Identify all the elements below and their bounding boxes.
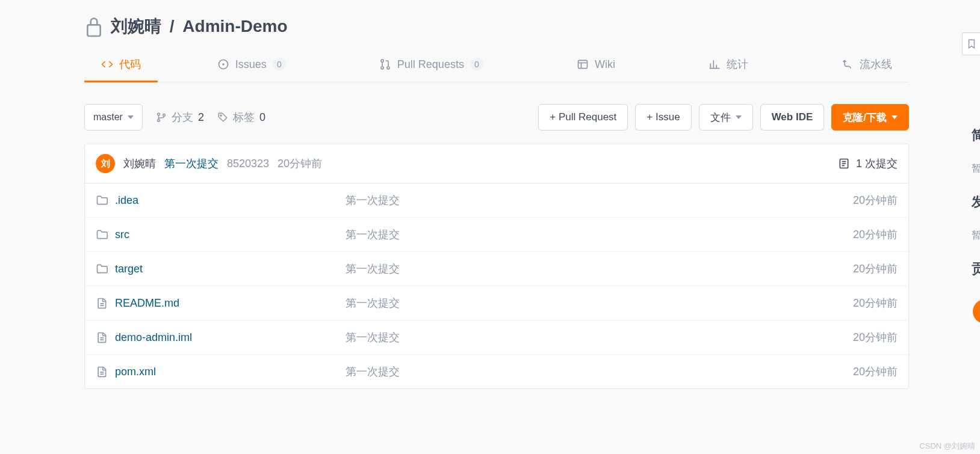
svg-point-5 bbox=[387, 67, 389, 69]
owner-link[interactable]: 刘婉晴 bbox=[111, 17, 161, 35]
chevron-down-icon bbox=[736, 115, 742, 119]
table-row: src第一次提交20分钟前 bbox=[85, 217, 908, 251]
svg-rect-6 bbox=[578, 60, 587, 68]
file-commit-message[interactable]: 第一次提交 bbox=[346, 364, 813, 379]
table-row: README.md第一次提交20分钟前 bbox=[85, 286, 908, 320]
lock-icon bbox=[84, 14, 104, 38]
commit-sha[interactable]: 8520323 bbox=[227, 158, 269, 170]
repo-header: 刘婉晴 / Admin-Demo bbox=[84, 0, 909, 48]
file-name-link[interactable]: demo-admin.iml bbox=[96, 331, 346, 344]
file-commit-time: 20分钟前 bbox=[813, 227, 898, 242]
branch-select[interactable]: master bbox=[84, 104, 143, 130]
code-icon bbox=[101, 58, 113, 70]
file-commit-message[interactable]: 第一次提交 bbox=[346, 330, 813, 345]
wiki-icon bbox=[577, 58, 589, 70]
file-commit-message[interactable]: 第一次提交 bbox=[346, 193, 813, 207]
file-commit-time: 20分钟前 bbox=[813, 193, 898, 207]
file-commit-message[interactable]: 第一次提交 bbox=[346, 262, 813, 276]
branch-icon bbox=[156, 112, 167, 123]
tab-pull-requests[interactable]: Pull Requests 0 bbox=[362, 49, 500, 82]
issues-count-badge: 0 bbox=[273, 58, 286, 71]
right-side-panel-clipped: 简 暂 发 暂 贡 bbox=[972, 126, 980, 324]
file-name-link[interactable]: .idea bbox=[96, 194, 346, 207]
table-row: pom.xml第一次提交20分钟前 bbox=[85, 354, 908, 388]
commits-count-link[interactable]: 1 次提交 bbox=[838, 156, 898, 171]
stats-icon bbox=[709, 58, 721, 70]
commit-message-link[interactable]: 第一次提交 bbox=[164, 156, 219, 171]
file-icon bbox=[96, 366, 108, 378]
svg-point-7 bbox=[158, 113, 160, 115]
pr-count-badge: 0 bbox=[470, 58, 483, 71]
tab-pipelines[interactable]: 流水线 bbox=[825, 49, 909, 82]
pipelines-icon bbox=[842, 58, 854, 70]
tag-icon bbox=[217, 112, 228, 123]
svg-point-2 bbox=[222, 63, 224, 65]
chevron-down-icon bbox=[892, 115, 898, 119]
commit-time: 20分钟前 bbox=[278, 156, 322, 171]
table-row: target第一次提交20分钟前 bbox=[85, 251, 908, 286]
branches-link[interactable]: 分支 2 bbox=[156, 110, 204, 124]
last-commit-bar: 刘 刘婉晴 第一次提交 8520323 20分钟前 1 次提交 bbox=[84, 144, 909, 183]
file-commit-message[interactable]: 第一次提交 bbox=[346, 227, 813, 242]
commit-author[interactable]: 刘婉晴 bbox=[123, 156, 156, 171]
files-dropdown[interactable]: 文件 bbox=[699, 104, 753, 130]
repo-name-link[interactable]: Admin-Demo bbox=[182, 17, 287, 35]
table-row: demo-admin.iml第一次提交20分钟前 bbox=[85, 320, 908, 354]
file-commit-message[interactable]: 第一次提交 bbox=[346, 296, 813, 310]
repo-title: 刘婉晴 / Admin-Demo bbox=[111, 15, 288, 38]
file-name-link[interactable]: src bbox=[96, 229, 346, 241]
issues-icon bbox=[217, 58, 229, 70]
new-issue-button[interactable]: + Issue bbox=[635, 104, 691, 130]
file-table: .idea第一次提交20分钟前src第一次提交20分钟前target第一次提交2… bbox=[84, 183, 909, 389]
web-ide-button[interactable]: Web IDE bbox=[760, 104, 825, 130]
new-pull-request-button[interactable]: + Pull Request bbox=[538, 104, 628, 130]
pull-request-icon bbox=[379, 58, 391, 70]
contributor-avatar[interactable] bbox=[973, 299, 980, 324]
file-commit-time: 20分钟前 bbox=[813, 296, 898, 310]
history-icon bbox=[838, 158, 850, 170]
avatar[interactable]: 刘 bbox=[96, 154, 115, 173]
folder-icon bbox=[96, 194, 108, 206]
file-name-link[interactable]: pom.xml bbox=[96, 366, 346, 378]
tab-code[interactable]: 代码 bbox=[84, 49, 158, 82]
file-commit-time: 20分钟前 bbox=[813, 364, 898, 379]
folder-icon bbox=[96, 263, 108, 275]
file-commit-time: 20分钟前 bbox=[813, 262, 898, 276]
svg-point-8 bbox=[158, 119, 160, 121]
table-row: .idea第一次提交20分钟前 bbox=[85, 183, 908, 217]
tab-issues[interactable]: Issues 0 bbox=[200, 49, 303, 82]
svg-point-10 bbox=[220, 115, 222, 116]
svg-point-9 bbox=[163, 114, 166, 116]
tab-stats[interactable]: 统计 bbox=[692, 49, 765, 82]
tab-wiki[interactable]: Wiki bbox=[560, 49, 632, 82]
file-name-link[interactable]: README.md bbox=[96, 297, 346, 310]
bookmark-button[interactable] bbox=[962, 32, 980, 55]
clone-download-button[interactable]: 克隆/下载 bbox=[831, 104, 909, 130]
file-commit-time: 20分钟前 bbox=[813, 330, 898, 345]
svg-point-4 bbox=[381, 67, 383, 69]
svg-point-3 bbox=[381, 60, 383, 62]
tags-link[interactable]: 标签 0 bbox=[217, 110, 265, 124]
chevron-down-icon bbox=[128, 115, 134, 119]
svg-rect-0 bbox=[87, 25, 100, 36]
file-name-link[interactable]: target bbox=[96, 263, 346, 275]
folder-icon bbox=[96, 229, 108, 241]
file-icon bbox=[96, 297, 108, 309]
file-icon bbox=[96, 331, 108, 343]
